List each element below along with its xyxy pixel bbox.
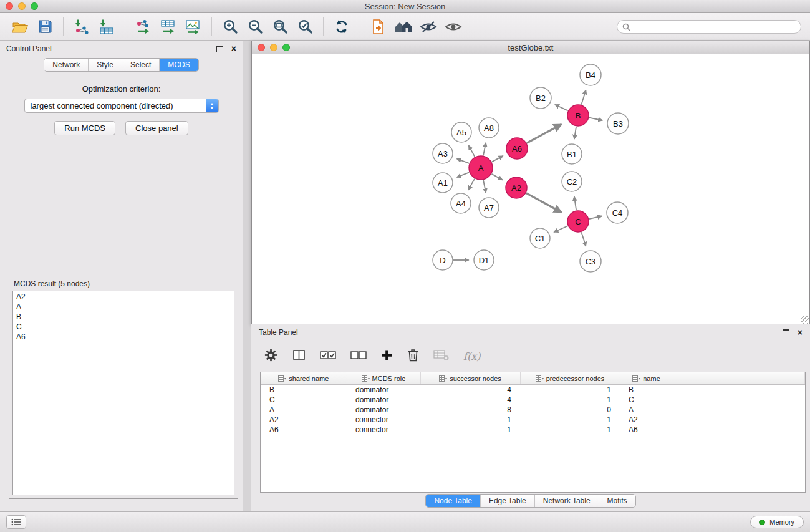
table-cell[interactable]: 1 — [520, 425, 620, 435]
close-panel-icon[interactable]: × — [231, 44, 236, 53]
graph-edge-A-A7[interactable] — [483, 180, 486, 193]
table-row[interactable]: Cdominator41C — [261, 395, 805, 405]
graph-node-C[interactable]: C — [567, 211, 589, 232]
mcds-result-item[interactable]: A — [16, 302, 231, 312]
zoom-in-icon[interactable] — [219, 16, 241, 37]
tab-select[interactable]: Select — [122, 59, 160, 71]
graph-edge-A-A3[interactable] — [457, 159, 470, 163]
close-table-panel-icon[interactable]: × — [798, 328, 803, 337]
home-icon[interactable] — [393, 16, 414, 37]
graph-edge-A-A1[interactable] — [457, 172, 470, 177]
table-cell[interactable]: B — [620, 385, 673, 395]
graph-node-B[interactable]: B — [567, 105, 589, 126]
table-row[interactable]: A2connector11A2 — [261, 415, 805, 425]
tab-network-table[interactable]: Network Table — [535, 495, 599, 507]
table-settings-icon[interactable] — [264, 348, 278, 365]
export-table-icon[interactable] — [158, 16, 179, 37]
open-file-icon[interactable] — [9, 16, 31, 37]
graph-node-C4[interactable]: C4 — [607, 202, 628, 223]
table-cell[interactable]: dominator — [347, 405, 420, 415]
table-cell[interactable]: C — [620, 395, 673, 405]
tab-edge-table[interactable]: Edge Table — [481, 495, 535, 507]
graph-edge-A-A2[interactable] — [491, 174, 503, 180]
graph-node-B4[interactable]: B4 — [580, 64, 601, 85]
task-history-button[interactable] — [6, 515, 26, 529]
export-network-icon[interactable] — [133, 16, 154, 37]
graph-node-B1[interactable]: B1 — [562, 144, 582, 164]
graph-node-A[interactable]: A — [469, 156, 493, 180]
graph-edge-A2-C[interactable] — [526, 193, 562, 213]
graph-node-A6[interactable]: A6 — [506, 138, 528, 159]
refresh-view-icon[interactable] — [331, 16, 352, 37]
tab-node-table[interactable]: Node Table — [426, 495, 481, 507]
table-cell[interactable]: connector — [347, 425, 420, 435]
graph-edge-C-C4[interactable] — [589, 216, 602, 220]
show-graphics-details-icon[interactable] — [443, 16, 464, 37]
zoom-selected-icon[interactable] — [294, 16, 316, 37]
graph-node-B2[interactable]: B2 — [530, 87, 551, 109]
network-canvas[interactable]: B4B2BB3A5A8A6B1A3AA1A2C2A4A7C4CC1C3DD1 — [252, 54, 809, 324]
close-panel-button[interactable]: Close panel — [125, 121, 188, 135]
mcds-result-item[interactable]: B — [16, 312, 231, 322]
export-image-icon[interactable] — [183, 16, 204, 37]
memory-button[interactable]: Memory — [750, 516, 804, 528]
table-cell[interactable]: A6 — [261, 425, 347, 435]
table-row[interactable]: Adominator80A — [261, 405, 805, 415]
table-cell[interactable]: 1 — [520, 385, 620, 395]
table-cell[interactable]: A6 — [620, 425, 673, 435]
table-cell[interactable]: 1 — [420, 425, 520, 435]
criterion-dropdown[interactable]: largest connected component (directed) — [24, 99, 219, 113]
search-input[interactable] — [617, 20, 801, 34]
tab-network[interactable]: Network — [44, 59, 89, 71]
graph-node-A3[interactable]: A3 — [433, 143, 453, 163]
mcds-result-item[interactable]: A2 — [16, 292, 231, 302]
graph-node-A4[interactable]: A4 — [451, 193, 471, 213]
graph-node-B3[interactable]: B3 — [607, 113, 629, 134]
graph-edge-C-C3[interactable] — [581, 232, 586, 246]
import-table-icon[interactable] — [96, 16, 117, 37]
hide-graphics-details-icon[interactable] — [418, 16, 439, 37]
graph-node-A1[interactable]: A1 — [433, 173, 453, 193]
table-cell[interactable]: connector — [347, 415, 420, 425]
mcds-result-item[interactable]: A6 — [16, 332, 231, 342]
float-panel-icon[interactable] — [216, 46, 223, 52]
graph-edge-A-A5[interactable] — [469, 145, 475, 157]
graph-edge-C-C1[interactable] — [554, 226, 567, 232]
table-cell[interactable]: B — [261, 385, 347, 395]
run-mcds-button[interactable]: Run MCDS — [54, 121, 115, 135]
graph-node-D[interactable]: D — [433, 250, 453, 270]
table-row[interactable]: Bdominator41B — [261, 385, 805, 395]
table-cell[interactable]: 0 — [520, 405, 620, 415]
graph-node-C1[interactable]: C1 — [530, 228, 550, 248]
graph-edge-A-A4[interactable] — [468, 178, 475, 190]
graph-edge-C-C2[interactable] — [574, 196, 576, 210]
tab-motifs[interactable]: Motifs — [599, 495, 635, 507]
float-table-panel-icon[interactable] — [783, 329, 789, 336]
graph-node-A7[interactable]: A7 — [479, 198, 499, 218]
deselect-all-icon[interactable] — [350, 351, 367, 362]
table-cell[interactable]: 4 — [420, 385, 520, 395]
column-header-shared-name[interactable]: shared name — [261, 372, 347, 385]
mcds-result-list[interactable]: A2ABCA6 — [12, 291, 234, 495]
graph-edge-B-B4[interactable] — [581, 90, 586, 105]
network-window-titlebar[interactable]: testGlobe.txt — [252, 41, 809, 54]
add-row-icon[interactable] — [381, 349, 393, 364]
graph-edge-A-A6[interactable] — [492, 156, 503, 162]
window-resize-handle[interactable] — [801, 316, 809, 324]
import-network-icon[interactable] — [71, 16, 92, 37]
graph-node-D1[interactable]: D1 — [474, 250, 494, 270]
graph-edge-B-B3[interactable] — [589, 118, 603, 120]
table-cell[interactable]: dominator — [347, 395, 420, 405]
table-cell[interactable]: A — [620, 405, 673, 415]
graph-node-A5[interactable]: A5 — [451, 122, 471, 142]
column-header-MCDS-role[interactable]: MCDS role — [347, 372, 420, 385]
graph-node-C3[interactable]: C3 — [580, 251, 601, 272]
table-cell[interactable]: dominator — [347, 385, 420, 395]
table-row[interactable]: A6connector11A6 — [261, 425, 805, 435]
table-cell[interactable]: C — [261, 395, 347, 405]
save-session-icon[interactable] — [34, 16, 55, 37]
graph-node-A8[interactable]: A8 — [479, 118, 499, 138]
app-titlebar[interactable]: Session: New Session — [0, 0, 810, 13]
graph-node-A2[interactable]: A2 — [506, 177, 527, 198]
table-cell[interactable]: A2 — [620, 415, 673, 425]
